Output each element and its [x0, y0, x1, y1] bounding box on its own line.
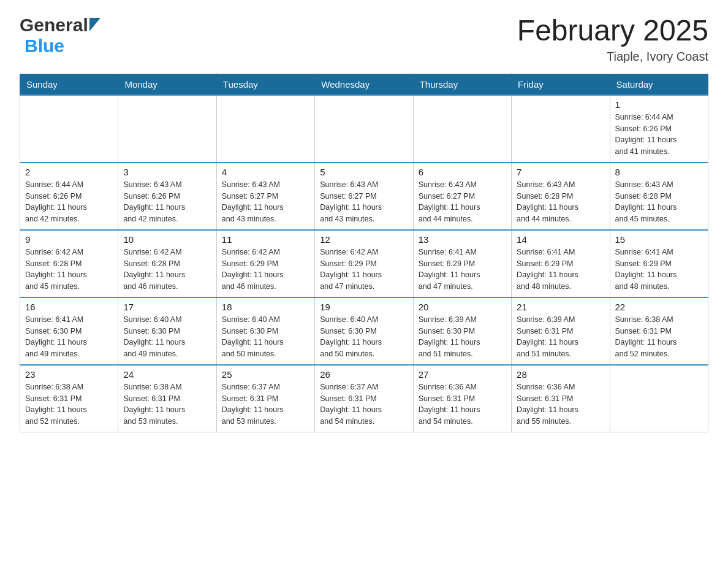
day-info: Sunrise: 6:38 AM Sunset: 6:31 PM Dayligh… — [123, 381, 211, 427]
logo-arrow-icon — [89, 18, 100, 31]
day-info: Sunrise: 6:37 AM Sunset: 6:31 PM Dayligh… — [222, 381, 309, 427]
table-row: 28Sunrise: 6:36 AM Sunset: 6:31 PM Dayli… — [512, 365, 610, 432]
day-info: Sunrise: 6:43 AM Sunset: 6:27 PM Dayligh… — [419, 179, 506, 225]
table-row: 13Sunrise: 6:41 AM Sunset: 6:29 PM Dayli… — [413, 230, 511, 297]
day-info: Sunrise: 6:43 AM Sunset: 6:26 PM Dayligh… — [123, 179, 211, 225]
col-thursday: Thursday — [413, 74, 511, 95]
day-number: 15 — [615, 234, 703, 245]
day-number: 6 — [419, 167, 506, 177]
day-number: 4 — [222, 167, 309, 177]
table-row — [20, 95, 118, 163]
table-row: 23Sunrise: 6:38 AM Sunset: 6:31 PM Dayli… — [20, 365, 118, 432]
table-row: 2Sunrise: 6:44 AM Sunset: 6:26 PM Daylig… — [20, 163, 118, 230]
table-row: 19Sunrise: 6:40 AM Sunset: 6:30 PM Dayli… — [315, 297, 413, 365]
table-row: 12Sunrise: 6:42 AM Sunset: 6:29 PM Dayli… — [315, 230, 413, 297]
table-row — [118, 95, 216, 163]
col-tuesday: Tuesday — [216, 74, 314, 95]
table-row: 14Sunrise: 6:41 AM Sunset: 6:29 PM Dayli… — [512, 230, 610, 297]
day-number: 20 — [419, 302, 506, 312]
col-sunday: Sunday — [20, 74, 118, 95]
table-row — [216, 95, 314, 163]
day-number: 13 — [419, 234, 506, 245]
day-number: 16 — [25, 302, 113, 312]
table-row: 7Sunrise: 6:43 AM Sunset: 6:28 PM Daylig… — [512, 163, 610, 230]
day-number: 22 — [615, 302, 703, 312]
day-info: Sunrise: 6:40 AM Sunset: 6:30 PM Dayligh… — [123, 314, 211, 360]
day-info: Sunrise: 6:40 AM Sunset: 6:30 PM Dayligh… — [222, 314, 309, 360]
calendar-week-row: 23Sunrise: 6:38 AM Sunset: 6:31 PM Dayli… — [20, 365, 708, 432]
day-number: 1 — [615, 99, 703, 110]
calendar-week-row: 16Sunrise: 6:41 AM Sunset: 6:30 PM Dayli… — [20, 297, 708, 365]
table-row — [315, 95, 413, 163]
table-row: 16Sunrise: 6:41 AM Sunset: 6:30 PM Dayli… — [20, 297, 118, 365]
table-row: 26Sunrise: 6:37 AM Sunset: 6:31 PM Dayli… — [315, 365, 413, 432]
day-info: Sunrise: 6:44 AM Sunset: 6:26 PM Dayligh… — [615, 112, 703, 158]
day-info: Sunrise: 6:39 AM Sunset: 6:30 PM Dayligh… — [419, 314, 506, 360]
day-number: 12 — [320, 234, 408, 245]
table-row — [512, 95, 610, 163]
calendar-week-row: 2Sunrise: 6:44 AM Sunset: 6:26 PM Daylig… — [20, 163, 708, 230]
day-info: Sunrise: 6:42 AM Sunset: 6:29 PM Dayligh… — [320, 247, 408, 293]
table-row: 11Sunrise: 6:42 AM Sunset: 6:29 PM Dayli… — [216, 230, 314, 297]
table-row — [610, 365, 708, 432]
table-row: 1Sunrise: 6:44 AM Sunset: 6:26 PM Daylig… — [610, 95, 708, 163]
table-row — [413, 95, 511, 163]
day-number: 27 — [419, 369, 506, 380]
title-block: February 2025 Tiaple, Ivory Coast — [517, 15, 708, 64]
table-row: 24Sunrise: 6:38 AM Sunset: 6:31 PM Dayli… — [118, 365, 216, 432]
calendar-week-row: 1Sunrise: 6:44 AM Sunset: 6:26 PM Daylig… — [20, 95, 708, 163]
table-row: 25Sunrise: 6:37 AM Sunset: 6:31 PM Dayli… — [216, 365, 314, 432]
table-row: 4Sunrise: 6:43 AM Sunset: 6:27 PM Daylig… — [216, 163, 314, 230]
day-info: Sunrise: 6:43 AM Sunset: 6:27 PM Dayligh… — [222, 179, 309, 225]
day-info: Sunrise: 6:44 AM Sunset: 6:26 PM Dayligh… — [25, 179, 113, 225]
day-info: Sunrise: 6:41 AM Sunset: 6:29 PM Dayligh… — [419, 247, 506, 293]
svg-marker-0 — [89, 18, 100, 31]
location: Tiaple, Ivory Coast — [517, 50, 708, 64]
day-number: 18 — [222, 302, 309, 312]
day-info: Sunrise: 6:43 AM Sunset: 6:27 PM Dayligh… — [320, 179, 408, 225]
day-number: 14 — [517, 234, 604, 245]
day-number: 17 — [123, 302, 211, 312]
day-number: 23 — [25, 369, 113, 380]
table-row: 3Sunrise: 6:43 AM Sunset: 6:26 PM Daylig… — [118, 163, 216, 230]
day-info: Sunrise: 6:38 AM Sunset: 6:31 PM Dayligh… — [615, 314, 703, 360]
day-info: Sunrise: 6:40 AM Sunset: 6:30 PM Dayligh… — [320, 314, 408, 360]
table-row: 9Sunrise: 6:42 AM Sunset: 6:28 PM Daylig… — [20, 230, 118, 297]
table-row: 18Sunrise: 6:40 AM Sunset: 6:30 PM Dayli… — [216, 297, 314, 365]
day-info: Sunrise: 6:42 AM Sunset: 6:29 PM Dayligh… — [222, 247, 309, 293]
col-saturday: Saturday — [610, 74, 708, 95]
day-info: Sunrise: 6:36 AM Sunset: 6:31 PM Dayligh… — [419, 381, 506, 427]
day-info: Sunrise: 6:41 AM Sunset: 6:30 PM Dayligh… — [25, 314, 113, 360]
day-info: Sunrise: 6:41 AM Sunset: 6:29 PM Dayligh… — [615, 247, 703, 293]
day-number: 8 — [615, 167, 703, 177]
table-row: 15Sunrise: 6:41 AM Sunset: 6:29 PM Dayli… — [610, 230, 708, 297]
day-number: 10 — [123, 234, 211, 245]
day-number: 26 — [320, 369, 408, 380]
col-wednesday: Wednesday — [315, 74, 413, 95]
day-info: Sunrise: 6:36 AM Sunset: 6:31 PM Dayligh… — [517, 381, 604, 427]
day-info: Sunrise: 6:39 AM Sunset: 6:31 PM Dayligh… — [517, 314, 604, 360]
day-info: Sunrise: 6:43 AM Sunset: 6:28 PM Dayligh… — [615, 179, 703, 225]
day-number: 7 — [517, 167, 604, 177]
calendar-header-row: Sunday Monday Tuesday Wednesday Thursday… — [20, 74, 708, 95]
month-title: February 2025 — [517, 15, 708, 47]
day-info: Sunrise: 6:41 AM Sunset: 6:29 PM Dayligh… — [517, 247, 604, 293]
logo-general-text: General — [20, 15, 88, 36]
col-friday: Friday — [512, 74, 610, 95]
day-number: 2 — [25, 167, 113, 177]
logo-blue-text: Blue — [25, 36, 64, 56]
day-info: Sunrise: 6:37 AM Sunset: 6:31 PM Dayligh… — [320, 381, 408, 427]
day-number: 11 — [222, 234, 309, 245]
day-number: 3 — [123, 167, 211, 177]
table-row: 21Sunrise: 6:39 AM Sunset: 6:31 PM Dayli… — [512, 297, 610, 365]
calendar-table: Sunday Monday Tuesday Wednesday Thursday… — [20, 74, 708, 433]
logo: General Blue — [20, 15, 100, 56]
day-info: Sunrise: 6:42 AM Sunset: 6:28 PM Dayligh… — [123, 247, 211, 293]
day-info: Sunrise: 6:38 AM Sunset: 6:31 PM Dayligh… — [25, 381, 113, 427]
calendar-week-row: 9Sunrise: 6:42 AM Sunset: 6:28 PM Daylig… — [20, 230, 708, 297]
table-row: 20Sunrise: 6:39 AM Sunset: 6:30 PM Dayli… — [413, 297, 511, 365]
table-row: 17Sunrise: 6:40 AM Sunset: 6:30 PM Dayli… — [118, 297, 216, 365]
day-info: Sunrise: 6:43 AM Sunset: 6:28 PM Dayligh… — [517, 179, 604, 225]
day-number: 19 — [320, 302, 408, 312]
day-info: Sunrise: 6:42 AM Sunset: 6:28 PM Dayligh… — [25, 247, 113, 293]
